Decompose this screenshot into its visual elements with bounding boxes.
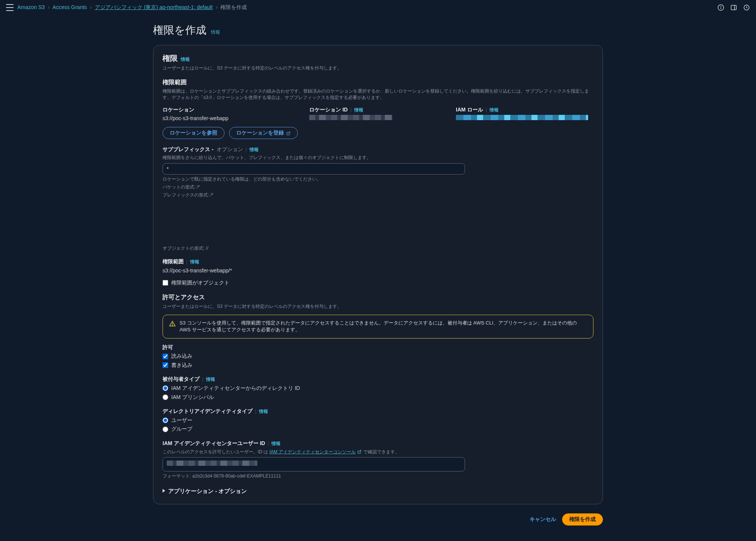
dir-user-label[interactable]: ユーザー — [171, 417, 192, 424]
application-section-toggle[interactable]: アプリケーション - オプション — [163, 487, 593, 495]
scope-info-link2[interactable]: 情報 — [187, 259, 199, 265]
write-checkbox[interactable] — [163, 362, 168, 368]
panel-toggle-icon[interactable] — [730, 4, 737, 11]
svg-point-2 — [721, 6, 721, 6]
dir-identity-type-info-link[interactable]: 情報 — [256, 408, 268, 415]
clock-icon[interactable] — [743, 4, 750, 11]
subprefix-input[interactable] — [163, 163, 465, 175]
browse-location-button[interactable]: ロケーションを参照 — [163, 127, 225, 139]
breadcrumb-sep: › — [216, 4, 218, 11]
subprefix-optional: オプション — [217, 146, 243, 153]
page-info-link[interactable]: 情報 — [211, 29, 220, 36]
iam-user-id-desc: このレベルのアクセスを許可したいユーザー。ID は IAM アイデンティティセン… — [163, 449, 593, 455]
create-grant-button[interactable]: 権限を作成 — [562, 513, 603, 526]
dir-user-radio[interactable] — [163, 417, 168, 423]
write-label[interactable]: 書き込み — [171, 362, 192, 369]
scope-label2: 権限範囲 — [163, 258, 184, 266]
external-link-icon — [357, 450, 362, 454]
panel-desc: ユーザーまたはロールに、S3 データに対する特定のレベルのアクセス権を付与します… — [163, 65, 593, 71]
breadcrumb-sep: › — [48, 4, 50, 11]
breadcrumb-current: 権限を作成 — [220, 4, 247, 11]
grantee-principal-radio[interactable] — [163, 394, 168, 400]
subprefix-hint3: プレフィックスの形式: /* — [163, 192, 593, 198]
grantee-directory-label[interactable]: IAM アイデンティティセンターからのディレクトリ ID — [171, 385, 300, 392]
dir-group-label[interactable]: グループ — [171, 425, 192, 433]
scope-is-object-label[interactable]: 権限範囲がオブジェクト — [171, 279, 229, 287]
access-desc: ユーザーまたはロールに、S3 データに対する特定のレベルのアクセス権を付与します… — [163, 303, 593, 310]
page-title: 権限を作成 — [153, 23, 206, 37]
warning-icon — [169, 320, 176, 327]
panel-info-link[interactable]: 情報 — [181, 56, 190, 63]
scope-value2: s3://poc-s3-transfer-webapp/* — [163, 267, 593, 275]
breadcrumb-region[interactable]: アジアパシフィック (東京) ap-northeast-1: default — [95, 4, 213, 11]
breadcrumb: Amazon S3 › Access Grants › アジアパシフィック (東… — [17, 4, 247, 11]
location-id-info-link[interactable]: 情報 — [351, 107, 363, 113]
subprefix-hint1: ロケーションで既に指定されている権限は、どの部分も含めないでください。 — [163, 176, 593, 182]
svg-point-7 — [172, 325, 172, 325]
location-label: ロケーション — [163, 106, 300, 114]
scope-title: 権限範囲 — [163, 78, 593, 87]
iam-role-value — [456, 115, 593, 122]
permissions-panel: 権限 情報 ユーザーまたはロールに、S3 データに対する特定のレベルのアクセス権… — [153, 45, 603, 504]
location-value: s3://poc-s3-transfer-webapp — [163, 115, 300, 122]
object-format: オブジェクトの形式: // — [163, 245, 593, 252]
grantee-principal-label[interactable]: IAM プリンシパル — [171, 394, 214, 401]
subprefix-info-link[interactable]: 情報 — [246, 147, 259, 153]
iam-role-info-link[interactable]: 情報 — [486, 107, 499, 113]
iam-user-id-input[interactable] — [163, 457, 465, 471]
location-id-label: ロケーション ID — [309, 106, 348, 114]
external-link-icon — [286, 131, 291, 135]
breadcrumb-s3[interactable]: Amazon S3 — [17, 4, 45, 11]
warning-alert: S3 コンソールを使用して、権限範囲で指定されたデータにアクセスすることはできま… — [163, 315, 593, 338]
location-id-value — [309, 115, 447, 122]
breadcrumb-sep: › — [90, 4, 92, 11]
iam-user-id-format: フォーマット: a1b2c3d4-5678-90ab-cdef-EXAMPLE1… — [163, 473, 593, 479]
subprefix-hint2: バケットの形式: /* — [163, 184, 593, 190]
iam-user-id-info-link[interactable]: 情報 — [268, 441, 280, 447]
register-location-button-label: ロケーションを登録 — [236, 130, 284, 136]
scope-desc: 権限範囲は、ロケーションとサブプレフィックスの組み合わせです。登録済みのロケーシ… — [163, 88, 593, 101]
application-section-label: アプリケーション - オプション — [168, 487, 247, 495]
subprefix-label: サブプレフィックス - — [163, 146, 214, 153]
iam-user-id-label: IAM アイデンティティセンターユーザー ID — [163, 440, 265, 447]
grantee-directory-radio[interactable] — [163, 385, 168, 391]
dir-group-radio[interactable] — [163, 427, 168, 432]
register-location-button[interactable]: ロケーションを登録 — [229, 127, 298, 139]
warning-text: S3 コンソールを使用して、権限範囲で指定されたデータにアクセスすることはできま… — [180, 320, 587, 333]
grantee-type-info-link[interactable]: 情報 — [203, 376, 215, 383]
hamburger-menu-icon[interactable] — [6, 4, 14, 11]
iam-role-label: IAM ロール — [456, 106, 483, 114]
read-label[interactable]: 読み込み — [171, 352, 192, 360]
info-icon[interactable] — [717, 4, 724, 11]
breadcrumb-access-grants[interactable]: Access Grants — [53, 4, 87, 11]
grantee-type-label: 被付与者タイプ — [163, 376, 200, 383]
svg-rect-3 — [731, 5, 736, 10]
dir-identity-type-label: ディレクトリアイデンティティタイプ — [163, 408, 253, 415]
subprefix-desc: 権限範囲をさらに絞り込んで、バケット、プレフィックス、または個々のオブジェクトに… — [163, 155, 593, 161]
access-title: 許可とアクセス — [163, 293, 593, 301]
cancel-button[interactable]: キャンセル — [530, 516, 556, 523]
caret-right-icon — [163, 489, 165, 493]
iam-identity-center-console-link[interactable]: IAM アイデンティティセンターコンソール — [270, 449, 362, 455]
scope-is-object-checkbox[interactable] — [163, 280, 168, 286]
permit-label: 許可 — [163, 344, 593, 351]
read-checkbox[interactable] — [163, 354, 168, 359]
panel-title-text: 権限 — [163, 53, 178, 63]
